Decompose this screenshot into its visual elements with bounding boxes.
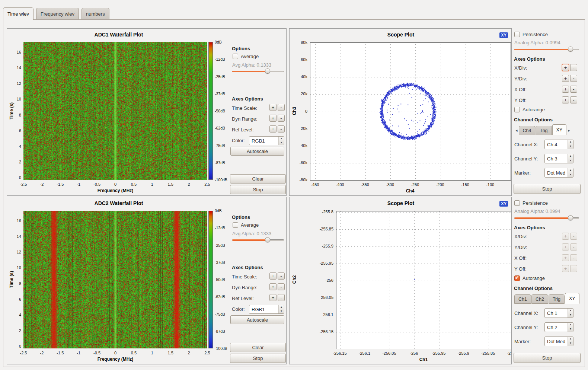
- channel-x-spinbox[interactable]: Ch 4 ▴ ▾: [544, 140, 573, 149]
- spin-up-icon[interactable]: ▴: [568, 337, 573, 341]
- spin-down-icon[interactable]: ▾: [568, 341, 573, 346]
- spin-down-icon[interactable]: ▾: [568, 327, 573, 332]
- stop-button[interactable]: Stop: [230, 354, 286, 363]
- slider-handle[interactable]: [568, 215, 573, 220]
- clear-button[interactable]: Clear: [230, 174, 286, 184]
- time-scale-minus-button[interactable]: -: [278, 104, 285, 111]
- time-scale-plus-button[interactable]: +: [269, 272, 277, 280]
- x-div-minus-button[interactable]: -: [570, 233, 577, 240]
- channel-x-value[interactable]: Ch 1: [545, 309, 568, 318]
- persistence-checkbox[interactable]: [514, 200, 520, 206]
- channel-tab-trig[interactable]: Trig: [536, 126, 552, 135]
- color-value[interactable]: RGB1: [249, 137, 278, 145]
- color-spinbox[interactable]: RGB1 ▴ ▾: [249, 136, 284, 145]
- xy-mode-badge[interactable]: XY: [499, 201, 508, 207]
- slider-handle[interactable]: [265, 237, 270, 242]
- time-scale-minus-button[interactable]: -: [278, 272, 285, 280]
- waterfall-plot-canvas[interactable]: [23, 42, 207, 180]
- avg-alpha-slider[interactable]: [232, 237, 284, 243]
- dyn-range-minus-button[interactable]: -: [278, 115, 285, 122]
- x-off-plus-button[interactable]: +: [562, 86, 569, 93]
- slider-handle[interactable]: [568, 47, 573, 52]
- x-off-plus-button[interactable]: +: [562, 254, 569, 261]
- channel-tab-xy[interactable]: XY: [552, 124, 567, 135]
- x-off-minus-button[interactable]: -: [570, 86, 577, 93]
- waterfall-plot-canvas[interactable]: [23, 211, 207, 348]
- spin-down-icon[interactable]: ▾: [568, 144, 573, 149]
- marker-value[interactable]: Dot Med: [545, 337, 568, 346]
- x-div-plus-button[interactable]: +: [562, 64, 569, 71]
- tab-time-view[interactable]: Time wiev: [3, 7, 33, 20]
- spin-up-icon[interactable]: ▴: [279, 137, 284, 141]
- autoscale-button[interactable]: Autoscale: [230, 315, 284, 324]
- tab-frequency-view[interactable]: Frequency wiev: [36, 8, 79, 19]
- marker-value[interactable]: Dot Med: [545, 168, 568, 177]
- channel-y-value[interactable]: Ch 2: [545, 323, 568, 332]
- clear-button[interactable]: Clear: [230, 343, 286, 352]
- y-div-plus-button[interactable]: +: [562, 75, 569, 82]
- channel-tab-trig[interactable]: Trig: [549, 294, 565, 304]
- marker-spinbox[interactable]: Dot Med ▴ ▾: [544, 336, 573, 346]
- x-div-minus-button[interactable]: -: [570, 64, 577, 71]
- autoscale-button[interactable]: Autoscale: [230, 147, 284, 156]
- color-value[interactable]: RGB1: [249, 305, 278, 313]
- analog-alpha-slider[interactable]: [514, 215, 579, 221]
- ref-level-minus-button[interactable]: -: [278, 294, 285, 301]
- channel-tab-ch1[interactable]: Ch1: [514, 294, 531, 304]
- spin-down-icon[interactable]: ▾: [279, 141, 284, 145]
- y-div-minus-button[interactable]: -: [570, 75, 577, 82]
- stop-button[interactable]: Stop: [514, 353, 581, 363]
- time-scale-plus-button[interactable]: +: [269, 104, 277, 111]
- y-off-minus-button[interactable]: -: [570, 96, 577, 103]
- channel-x-spinbox[interactable]: Ch 1 ▴ ▾: [544, 308, 573, 318]
- channel-tab-ch2[interactable]: Ch2: [531, 294, 548, 304]
- tab-numbers[interactable]: numbers: [82, 8, 109, 19]
- avg-alpha-slider[interactable]: [232, 68, 284, 74]
- spin-up-icon[interactable]: ▴: [568, 168, 573, 173]
- channel-tabs-scroll-right-icon[interactable]: ▸: [567, 126, 571, 135]
- x-off-minus-button[interactable]: -: [570, 254, 577, 261]
- channel-y-spinbox[interactable]: Ch 2 ▴ ▾: [544, 322, 573, 332]
- y-div-minus-button[interactable]: -: [570, 243, 577, 251]
- spin-down-icon[interactable]: ▾: [568, 159, 573, 163]
- y-div-plus-button[interactable]: +: [562, 243, 569, 251]
- channel-y-spinbox[interactable]: Ch 3 ▴ ▾: [544, 154, 573, 163]
- spin-up-icon[interactable]: ▴: [279, 305, 284, 309]
- channel-tabs-scroll-left-icon[interactable]: ◂: [514, 126, 519, 135]
- y-off-minus-button[interactable]: -: [570, 265, 577, 272]
- x-div-plus-button[interactable]: +: [562, 233, 569, 240]
- slider-handle[interactable]: [265, 68, 270, 74]
- average-checkbox[interactable]: [233, 54, 238, 59]
- stop-button[interactable]: Stop: [230, 185, 286, 194]
- spin-down-icon[interactable]: ▾: [568, 313, 573, 318]
- spin-up-icon[interactable]: ▴: [568, 309, 573, 313]
- y-off-plus-button[interactable]: +: [562, 265, 569, 272]
- dyn-range-plus-button[interactable]: +: [269, 283, 277, 290]
- autorange-checkbox[interactable]: [514, 275, 520, 281]
- color-spinbox[interactable]: RGB1 ▴ ▾: [249, 305, 284, 314]
- analog-alpha-slider[interactable]: [514, 47, 579, 52]
- stop-button[interactable]: Stop: [514, 184, 581, 194]
- channel-tab-ch4[interactable]: Ch4: [519, 126, 536, 135]
- spin-down-icon[interactable]: ▾: [568, 173, 573, 177]
- average-checkbox[interactable]: [233, 222, 238, 228]
- scope-plot-canvas[interactable]: [310, 42, 511, 181]
- scope-plot-canvas[interactable]: [336, 211, 512, 349]
- ref-level-plus-button[interactable]: +: [269, 125, 277, 133]
- dyn-range-minus-button[interactable]: -: [278, 283, 285, 290]
- channel-tab-xy[interactable]: XY: [565, 293, 579, 304]
- xy-mode-badge[interactable]: XY: [499, 32, 508, 38]
- y-off-plus-button[interactable]: +: [562, 96, 569, 103]
- spin-up-icon[interactable]: ▴: [568, 140, 573, 144]
- dyn-range-plus-button[interactable]: +: [269, 115, 277, 122]
- channel-x-value[interactable]: Ch 4: [545, 140, 568, 149]
- spin-down-icon[interactable]: ▾: [279, 309, 284, 313]
- marker-spinbox[interactable]: Dot Med ▴ ▾: [544, 168, 573, 178]
- autorange-checkbox[interactable]: [514, 107, 520, 112]
- channel-y-value[interactable]: Ch 3: [545, 154, 568, 163]
- spin-up-icon[interactable]: ▴: [568, 154, 573, 159]
- ref-level-plus-button[interactable]: +: [269, 294, 277, 301]
- persistence-checkbox[interactable]: [514, 32, 520, 37]
- spin-up-icon[interactable]: ▴: [568, 323, 573, 327]
- ref-level-minus-button[interactable]: -: [278, 125, 285, 133]
